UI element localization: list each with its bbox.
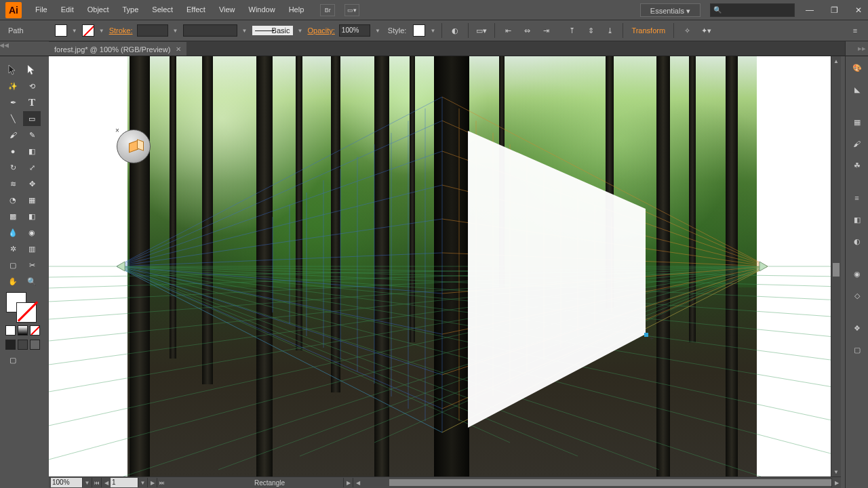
left-collapse[interactable]: ◂◂: [1, 41, 7, 48]
document-tab[interactable]: forest.jpg* @ 100% (RGB/Preview) ✕: [49, 42, 186, 56]
slice-tool[interactable]: ✂: [23, 258, 41, 272]
shape-builder-tool[interactable]: ◔: [4, 192, 22, 207]
menu-file[interactable]: File: [28, 0, 54, 20]
window-maximize-button[interactable]: ❐: [825, 3, 844, 17]
scale-tool[interactable]: ⤢: [23, 160, 41, 175]
free-transform-tool[interactable]: ✥: [23, 176, 41, 191]
transform-panel-link[interactable]: Transform: [629, 26, 668, 35]
menu-type[interactable]: Type: [116, 0, 146, 20]
rotate-tool[interactable]: ↻: [4, 160, 22, 175]
brush-dropdown[interactable]: ▼: [297, 24, 304, 37]
first-artboard-button[interactable]: ⏮: [92, 478, 101, 487]
stroke-swatch[interactable]: [82, 24, 94, 37]
eraser-tool[interactable]: ◧: [23, 144, 41, 159]
canvas[interactable]: + ×: [49, 56, 841, 476]
prev-artboard-button[interactable]: ◀: [101, 478, 111, 487]
brush-definition[interactable]: Basic: [252, 26, 293, 35]
width-tool[interactable]: ≋: [4, 176, 22, 191]
align-vcenter-button[interactable]: ⇕: [583, 23, 598, 38]
scroll-down-button[interactable]: ▼: [831, 467, 841, 476]
select-similar-button[interactable]: ✦▾: [698, 23, 713, 38]
color-mode-button[interactable]: [5, 325, 16, 336]
fill-swatch[interactable]: [55, 24, 67, 37]
blob-brush-tool[interactable]: ●: [4, 144, 22, 159]
align-top-button[interactable]: ⤒: [564, 23, 579, 38]
fill-stroke-control[interactable]: [4, 290, 41, 323]
last-artboard-button[interactable]: ⏭: [157, 478, 166, 487]
draw-normal-button[interactable]: [5, 340, 16, 350]
vwp-dropdown[interactable]: ▼: [241, 24, 248, 37]
eyedropper-tool[interactable]: 💧: [4, 225, 22, 240]
variable-width-profile[interactable]: [183, 24, 237, 37]
graphic-styles-panel-icon[interactable]: ◇: [848, 287, 866, 304]
bridge-button[interactable]: Br: [320, 4, 335, 16]
style-dropdown[interactable]: ▼: [429, 24, 436, 37]
status-flyout[interactable]: ▶: [343, 478, 353, 487]
scroll-up-button[interactable]: ▲: [831, 56, 841, 66]
artboards-panel-icon[interactable]: ▢: [848, 341, 866, 359]
menu-select[interactable]: Select: [145, 0, 180, 20]
stroke-dropdown[interactable]: ▼: [98, 24, 105, 37]
menu-edit[interactable]: Edit: [54, 0, 81, 20]
document-close-button[interactable]: ✕: [176, 45, 181, 53]
artboard-tool[interactable]: ▢: [4, 258, 22, 272]
menu-help[interactable]: Help: [282, 0, 311, 20]
stroke-weight-dropdown[interactable]: ▼: [172, 24, 179, 37]
scroll-left-button[interactable]: ◀: [353, 478, 362, 487]
isolate-button[interactable]: ✧: [679, 23, 694, 38]
window-minimize-button[interactable]: —: [800, 3, 819, 17]
appearance-panel-icon[interactable]: ◉: [848, 265, 866, 283]
align-hcenter-button[interactable]: ⇔: [519, 23, 534, 38]
artboard-field[interactable]: 1: [111, 478, 138, 487]
next-artboard-button[interactable]: ▶: [147, 478, 157, 487]
symbol-sprayer-tool[interactable]: ✲: [4, 241, 22, 256]
opacity-dropdown[interactable]: ▼: [374, 24, 381, 37]
arrange-documents-button[interactable]: ▭▾: [344, 4, 359, 16]
window-close-button[interactable]: ✕: [849, 3, 868, 17]
horizontal-scrollbar[interactable]: [389, 478, 831, 487]
stroke-weight-field[interactable]: [137, 24, 168, 37]
fill-dropdown[interactable]: ▼: [71, 24, 78, 37]
draw-inside-button[interactable]: [30, 340, 40, 350]
search-input[interactable]: 🔍: [710, 3, 795, 17]
workspace-switcher[interactable]: Essentials ▾: [640, 3, 701, 17]
draw-behind-button[interactable]: [18, 340, 28, 350]
hand-tool[interactable]: ✋: [4, 274, 22, 289]
direct-selection-tool[interactable]: [23, 62, 41, 77]
color-panel-icon[interactable]: 🎨: [848, 59, 866, 77]
align-bottom-button[interactable]: ⤓: [602, 23, 617, 38]
menu-object[interactable]: Object: [81, 0, 116, 20]
menu-view[interactable]: View: [212, 0, 242, 20]
type-tool[interactable]: T: [23, 95, 41, 110]
artboard-dropdown[interactable]: ▼: [138, 478, 147, 487]
opacity-label-link[interactable]: Opacity:: [308, 26, 335, 35]
zoom-dropdown[interactable]: ▼: [82, 478, 92, 487]
lasso-tool[interactable]: ⟲: [23, 79, 41, 94]
mesh-tool[interactable]: ▩: [4, 209, 22, 224]
gradient-mode-button[interactable]: [18, 325, 28, 336]
gradient-panel-icon[interactable]: ◧: [848, 211, 866, 228]
zoom-tool[interactable]: 🔍: [23, 274, 41, 289]
opacity-field[interactable]: 100%: [339, 24, 370, 37]
pencil-tool[interactable]: ✎: [23, 127, 41, 142]
paintbrush-tool[interactable]: 🖌: [4, 127, 22, 142]
recolor-artwork-button[interactable]: ◐: [448, 23, 462, 38]
v-scroll-thumb[interactable]: [833, 263, 840, 277]
screen-mode-button[interactable]: ▢: [4, 352, 22, 367]
gradient-tool[interactable]: ◧: [23, 209, 41, 224]
perspective-grid-tool[interactable]: ▦: [23, 192, 41, 207]
selection-tool[interactable]: [4, 62, 22, 77]
menu-window[interactable]: Window: [242, 0, 282, 20]
vertical-scrollbar[interactable]: ▲ ▼: [831, 56, 841, 476]
align-left-button[interactable]: ⇤: [500, 23, 515, 38]
perspective-widget-close[interactable]: ×: [115, 127, 119, 134]
zoom-field[interactable]: 100%: [51, 478, 82, 487]
blend-tool[interactable]: ◉: [23, 225, 41, 240]
h-scroll-thumb[interactable]: [389, 479, 831, 486]
brushes-panel-icon[interactable]: 🖌: [848, 135, 866, 152]
align-right-button[interactable]: ⇥: [538, 23, 553, 38]
transparency-panel-icon[interactable]: ◐: [848, 232, 866, 250]
scroll-right-button[interactable]: ▶: [831, 478, 841, 487]
column-graph-tool[interactable]: ▥: [23, 241, 41, 256]
align-to-dropdown[interactable]: ▭▾: [474, 23, 489, 38]
